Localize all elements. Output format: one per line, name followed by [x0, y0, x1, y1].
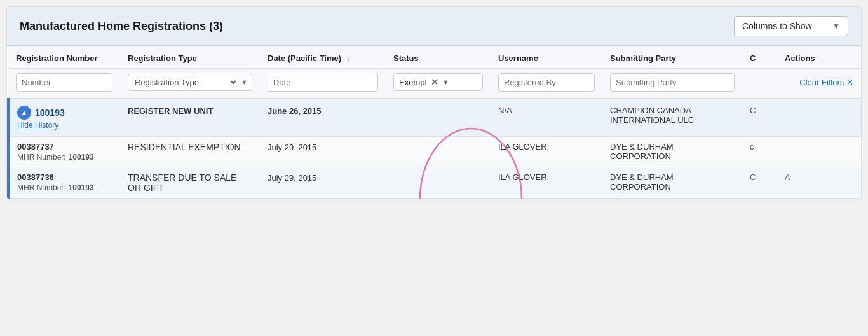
filter-status-clear-icon[interactable]: ✕	[431, 77, 438, 87]
filter-date-cell: 📅	[260, 69, 386, 99]
reg-type-value: REGISTER NEW UNIT	[128, 106, 213, 116]
filter-extra-cell	[742, 69, 777, 99]
reg-number-cell: ▲ 100193 Hide History	[8, 99, 120, 137]
mhr-value-2: 100193	[69, 183, 94, 192]
col-header-submitting-party: Submitting Party	[602, 46, 742, 69]
col-header-reg-type: Registration Type	[120, 46, 260, 69]
status-cell-child1	[386, 137, 491, 167]
page-header: Manufactured Home Registrations (3) Colu…	[7, 7, 861, 46]
date-cell-child1: July 29, 2015	[260, 137, 386, 167]
date-cell-child2: July 29, 2015	[260, 167, 386, 199]
extra-cell-0: C	[742, 99, 777, 137]
extra-cell-1: c	[742, 137, 777, 167]
clear-filters-link[interactable]: Clear Filters ✕	[799, 78, 853, 87]
filter-username-cell	[491, 69, 602, 99]
reg-type-value-2: TRANSFER DUE TO SALE OR GIFT	[128, 172, 236, 193]
reg-number-value: 100193	[35, 108, 65, 118]
status-cell-child2	[386, 167, 491, 199]
submitting-party-cell: CHAMPION CANADA INTERNATIONAL ULC	[602, 99, 742, 137]
mhr-label-2: MHR Number:	[17, 183, 66, 192]
col-header-actions: Actions	[777, 46, 861, 69]
filter-username-input[interactable]	[498, 73, 595, 92]
reg-type-value: RESIDENTIAL EXEMPTION	[128, 142, 241, 152]
mhr-reg-number: 00387737	[17, 142, 112, 151]
col-header-username: Username	[491, 46, 602, 69]
sort-arrow-icon[interactable]: ↓	[346, 54, 350, 63]
registrations-table: Registration Number Registration Type Da…	[7, 46, 861, 199]
filter-row: Registration Type ▼ 📅 Exempt	[8, 69, 861, 99]
filter-status-value: Exempt	[399, 78, 427, 87]
filter-reg-type-cell: Registration Type ▼	[120, 69, 260, 99]
filter-reg-type-wrap: Registration Type ▼	[128, 74, 252, 91]
mhr-value: 100193	[69, 153, 94, 162]
extra-cell-2: C	[742, 167, 777, 199]
reg-type-cell: REGISTER NEW UNIT	[120, 99, 260, 137]
filter-date-input[interactable]	[268, 74, 378, 91]
hide-history-link[interactable]: Hide History	[17, 121, 112, 130]
username-cell-child1: ILA GLOVER	[491, 137, 602, 167]
table-row: 00387737 MHR Number: 100193 RESIDENTIAL …	[8, 137, 861, 167]
submitting-party-cell-child1: DYE & DURHAM CORPORATION	[602, 137, 742, 167]
chevron-down-icon[interactable]: ▼	[442, 78, 449, 86]
filter-reg-type-select[interactable]: Registration Type	[132, 77, 238, 88]
date-cell: June 26, 2015	[260, 99, 386, 137]
columns-to-show-button[interactable]: Columns to Show ▼	[734, 16, 848, 36]
actions-cell-0	[777, 99, 861, 137]
col-header-extra: C	[742, 46, 777, 69]
reg-number-cell-child1: 00387737 MHR Number: 100193	[8, 137, 120, 167]
filter-number-input[interactable]	[16, 73, 112, 92]
filter-status-wrap: Exempt ✕ ▼	[393, 73, 483, 91]
reg-type-cell-child2: TRANSFER DUE TO SALE OR GIFT	[120, 167, 260, 199]
submitting-party-cell-child2: DYE & DURHAM CORPORATION	[602, 167, 742, 199]
reg-number-cell-child2: 00387736 MHR Number: 100193	[8, 167, 120, 199]
mhr-label: MHR Number:	[17, 153, 66, 162]
table-header-row: Registration Number Registration Type Da…	[8, 46, 861, 69]
actions-cell-2: A	[777, 167, 861, 199]
page-count: (3)	[209, 20, 223, 32]
col-header-date: Date (Pacific Time) ↓	[260, 46, 386, 69]
table-row: 00387736 MHR Number: 100193 TRANSFER DUE…	[8, 167, 861, 199]
table-row: ▲ 100193 Hide History REGISTER NEW UNIT …	[8, 99, 861, 137]
reg-number-primary-wrap: ▲ 100193	[17, 106, 112, 120]
page-title: Manufactured Home Registrations (3)	[20, 20, 223, 33]
chevron-up-icon: ▲	[20, 108, 28, 117]
columns-button-label: Columns to Show	[742, 21, 812, 31]
expand-button[interactable]: ▲	[17, 106, 31, 120]
username-cell: N/A	[491, 99, 602, 137]
page-title-text: Manufactured Home Registrations	[20, 20, 206, 32]
status-cell	[386, 99, 491, 137]
filter-clear-cell: Clear Filters ✕	[777, 69, 861, 99]
chevron-down-icon: ▼	[832, 22, 840, 31]
date-value: June 26, 2015	[268, 106, 322, 116]
table-container: Registration Number Registration Type Da…	[7, 46, 861, 199]
reg-type-cell-child1: RESIDENTIAL EXEMPTION	[120, 137, 260, 167]
col-header-reg-number: Registration Number	[8, 46, 120, 69]
filter-submitting-party-input[interactable]	[610, 73, 735, 92]
date-value: July 29, 2015	[268, 143, 316, 152]
mhr-reg-number-2: 00387736	[17, 172, 112, 182]
username-cell-child2: ILA GLOVER	[491, 167, 602, 199]
filter-number-cell	[8, 69, 120, 99]
chevron-down-icon: ▼	[241, 78, 248, 86]
filter-date-wrap: 📅	[268, 73, 378, 92]
actions-cell-1	[777, 137, 861, 167]
date-value-2: July 29, 2015	[268, 173, 316, 183]
filter-submitting-party-cell	[602, 69, 742, 99]
filter-status-cell: Exempt ✕ ▼	[386, 69, 491, 99]
col-header-status: Status	[386, 46, 491, 69]
